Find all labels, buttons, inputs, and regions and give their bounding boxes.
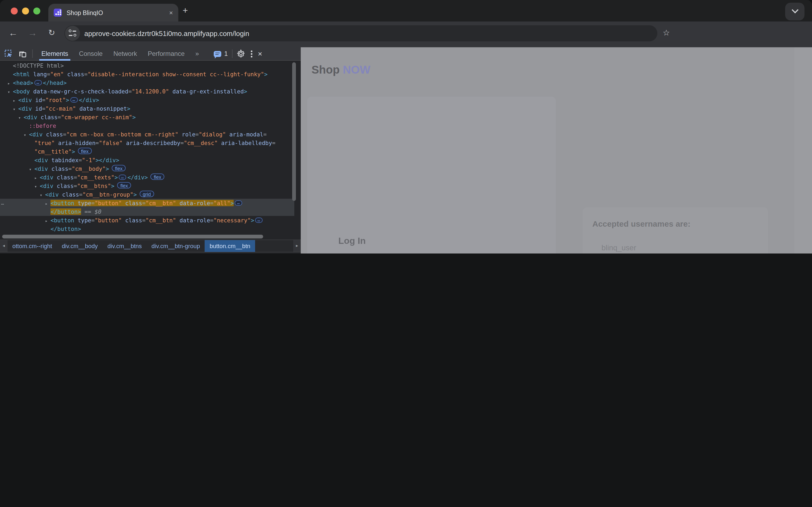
page-title: Shop NOW — [311, 63, 370, 76]
breadcrumb-item[interactable]: div.cm__body — [57, 239, 103, 252]
dom-tree-line[interactable]: ▸<button type="button" class="cm__btn" d… — [0, 216, 294, 225]
code-token: </div> — [79, 97, 99, 103]
dom-tree-line[interactable]: "true" aria-hidden="false" aria-describe… — [0, 138, 294, 147]
breadcrumb-item[interactable]: ottom.cm--right — [7, 239, 57, 252]
code-token: = — [195, 131, 199, 137]
breadcrumb-item[interactable]: div.cm__btns — [103, 239, 147, 252]
code-token: <button — [51, 200, 74, 206]
code-token: "cm__btn" — [146, 217, 176, 223]
dom-tree-line[interactable]: ▾<div class="cm-wrapper cc--anim"> — [0, 113, 294, 121]
address-bar[interactable]: approve-cookies.dzrtr0k51i0mo.amplifyapp… — [64, 25, 657, 41]
code-token: "all" — [214, 200, 230, 206]
code-token: "false" — [99, 139, 123, 146]
breadcrumb: ◂ ottom.cm--rightdiv.cm__bodydiv.cm__btn… — [0, 239, 301, 252]
site-settings-icon[interactable] — [65, 26, 80, 41]
code-token: = — [84, 71, 88, 77]
code-token: <div — [45, 191, 59, 198]
code-token: = — [96, 139, 99, 146]
code-token: > — [132, 114, 136, 120]
code-token: type — [74, 217, 91, 223]
expand-node-icon[interactable]: … — [35, 80, 42, 86]
devtools-tab-elements[interactable]: Elements — [36, 47, 73, 60]
code-token: = — [57, 114, 61, 120]
dom-tree-line[interactable]: "cm__title">flex — [0, 147, 294, 156]
breadcrumb-left-icon[interactable]: ◂ — [0, 239, 7, 252]
expand-node-icon[interactable]: … — [70, 97, 78, 103]
devtools-close-icon[interactable]: × — [258, 49, 262, 58]
dom-tree-line[interactable]: ▾<div class="cm cm--box cm--bottom cm--r… — [0, 130, 294, 138]
inspect-element-icon[interactable] — [4, 49, 13, 58]
dom-tree-line[interactable]: <div tabindex="-1"></div> — [0, 156, 294, 164]
flex-badge[interactable]: flex — [151, 173, 164, 180]
code-token: class — [43, 131, 63, 137]
breadcrumb-item[interactable]: div.cm__btn-group — [147, 239, 205, 252]
dom-tree-line[interactable]: ▸<head>…</head> — [0, 78, 294, 87]
dom-tree-line[interactable]: ▸<div id="root">…</div> — [0, 96, 294, 104]
elements-scrollbar[interactable] — [292, 62, 296, 201]
window-close-button[interactable] — [11, 7, 18, 14]
dom-tree-line[interactable]: ▾<div class="cm__btn-group">grid — [0, 190, 294, 199]
expand-node-icon[interactable]: … — [119, 175, 126, 180]
forward-button[interactable]: → — [28, 28, 37, 39]
browser-window: Shop BlinqIO × + ← → ↻ approve-cookies.d… — [0, 0, 812, 253]
code-token: data-role — [176, 217, 210, 223]
dom-tree-line[interactable]: ▾<div class="cm__btns">flex — [0, 181, 294, 190]
code-token: <!DOCTYPE html> — [13, 62, 64, 69]
code-token: </button> — [51, 226, 81, 232]
breadcrumb-item[interactable]: button.cm__btn — [205, 239, 255, 252]
code-token: type — [74, 200, 91, 206]
dom-tree-line[interactable]: …▸<button type="button" class="cm__btn" … — [0, 199, 294, 207]
back-button[interactable]: ← — [9, 28, 18, 39]
flex-badge[interactable]: flex — [78, 148, 92, 154]
dom-tree-line[interactable]: <html lang="en" class="disable--interact… — [0, 70, 294, 78]
window-minimize-button[interactable] — [22, 7, 29, 14]
new-tab-button[interactable]: + — [183, 5, 188, 16]
tab-search-button[interactable] — [785, 3, 805, 20]
code-token: <div — [35, 157, 48, 163]
tab-close-icon[interactable]: × — [169, 9, 173, 16]
reload-button[interactable]: ↻ — [48, 28, 55, 38]
dom-tree-line[interactable]: <!DOCTYPE html> — [0, 61, 294, 70]
login-card — [307, 97, 556, 253]
dom-tree-line[interactable]: ▾<div class="cm__body">flex — [0, 164, 294, 173]
code-token: "cm__btn-group" — [82, 191, 133, 198]
code-token: = — [180, 139, 184, 146]
code-token: ></div> — [96, 157, 119, 163]
dom-tree-line[interactable]: ▸<div class="cm__texts">…</div>flex — [0, 173, 294, 181]
usernames-heading: Accepted usernames are: — [592, 219, 690, 228]
dom-tree-line[interactable]: ▾<body data-new-gr-c-s-check-loaded="14.… — [0, 87, 294, 96]
code-token: data-gr-ext-installed — [169, 88, 244, 95]
devtools-tab-network[interactable]: Network — [108, 47, 142, 60]
more-tabs-button[interactable]: » — [190, 47, 205, 60]
expand-node-icon[interactable]: … — [235, 200, 242, 206]
code-token: = — [47, 71, 50, 77]
site-favicon-icon — [54, 9, 62, 17]
flex-badge[interactable]: flex — [117, 182, 131, 188]
dom-tree-line[interactable]: </button> — [0, 225, 294, 233]
devtools-panel: ElementsConsoleNetworkPerformance » 1 × … — [0, 47, 301, 253]
page-scrollbar[interactable] — [794, 47, 812, 253]
elements-hscrollbar[interactable] — [2, 235, 263, 238]
code-token: "cm__desc" — [184, 139, 218, 146]
devtools-menu-icon[interactable] — [251, 49, 252, 58]
issues-indicator[interactable]: 1 — [214, 50, 228, 57]
devtools-tab-performance[interactable]: Performance — [142, 47, 190, 60]
expand-node-icon[interactable]: … — [255, 218, 263, 223]
code-token: = — [272, 139, 276, 146]
code-token: class — [64, 71, 84, 77]
devtools-tab-console[interactable]: Console — [73, 47, 108, 60]
dom-tree-line[interactable]: ▾<div id="cc-main" data-nosnippet> — [0, 104, 294, 113]
code-token: = — [142, 217, 146, 223]
code-token: "dialog" — [199, 131, 226, 137]
settings-gear-icon[interactable] — [237, 49, 245, 58]
bookmark-star-icon[interactable]: ☆ — [663, 28, 670, 38]
browser-tab[interactable]: Shop BlinqIO × — [48, 4, 178, 21]
code-token: aria-modal — [226, 131, 263, 137]
breadcrumb-right-icon[interactable]: ▸ — [293, 239, 301, 252]
dom-tree-line[interactable]: </button> == $0 — [0, 207, 294, 216]
grid-badge[interactable]: grid — [139, 191, 154, 197]
window-zoom-button[interactable] — [33, 7, 40, 14]
dom-tree-line[interactable]: ::before — [0, 121, 294, 130]
flex-badge[interactable]: flex — [112, 165, 126, 171]
device-toolbar-icon[interactable] — [18, 49, 27, 58]
